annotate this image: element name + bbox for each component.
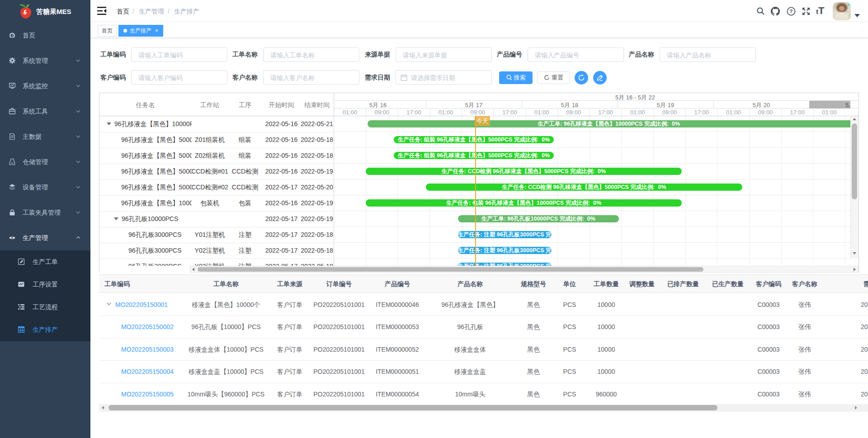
svg-text:?: ? bbox=[789, 9, 793, 14]
